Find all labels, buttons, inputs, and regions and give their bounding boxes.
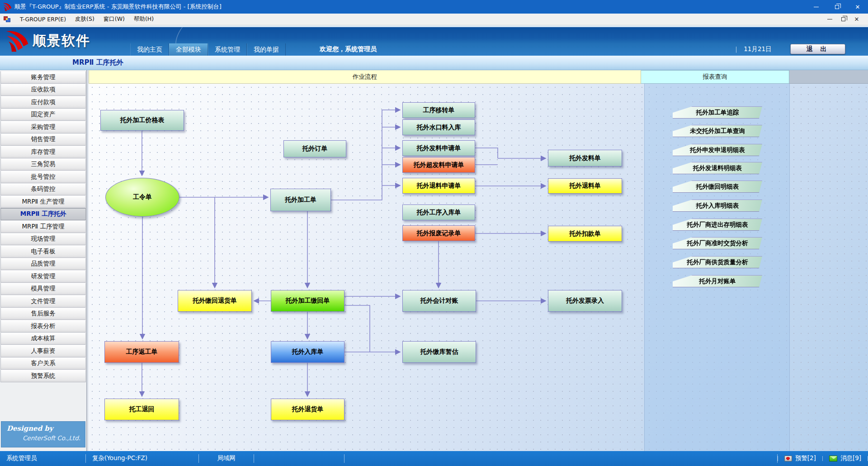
- minimize-icon[interactable]: [806, 0, 826, 14]
- flow-node-proc-return[interactable]: 托外加工缴回单: [271, 290, 344, 312]
- sidebar-item-10[interactable]: MRPⅡ 生产管理: [0, 195, 86, 208]
- sidebar-item-2[interactable]: 应付款项: [0, 96, 86, 109]
- tab-2[interactable]: 系统管理: [208, 43, 247, 56]
- form-icon: [4, 16, 11, 23]
- sidebar-item-20[interactable]: 报表分析: [0, 320, 86, 333]
- tab-3[interactable]: 我的单据: [247, 43, 286, 56]
- status-spacer: [344, 454, 778, 463]
- sidebar-item-21[interactable]: 成本核算: [0, 333, 86, 345]
- sidebar-item-23[interactable]: 客户关系: [0, 357, 86, 370]
- status-user: 系统管理员: [0, 454, 86, 463]
- flow-node-storage-estimate[interactable]: 托外缴库暂估: [402, 341, 476, 363]
- welcome-text: 欢迎您，系统管理员: [320, 45, 377, 53]
- date-text: ｜11月21日: [733, 45, 772, 53]
- flow-node-over-issue-request[interactable]: 托外超发料申请单: [402, 157, 475, 173]
- sidebar-item-4[interactable]: 采购管理: [0, 121, 86, 133]
- flow-node-return-goods-note[interactable]: 托外缴回退货单: [178, 290, 252, 312]
- window-title: 顺景『T-GROUP』制造业ERP系统 - 东莞顺景软件科技有限公司 - [系统…: [14, 3, 806, 11]
- flow-node-proc-warehouse-in[interactable]: 托外工序入库单: [402, 204, 475, 220]
- flow-node-scrap-record[interactable]: 托外报废记录单: [402, 225, 475, 241]
- sidebar-item-22[interactable]: 人事薪资: [0, 345, 86, 357]
- tab-1[interactable]: 全部模块: [169, 43, 208, 56]
- status-alerts[interactable]: 预警[2]: [778, 456, 823, 461]
- mdi-window-controls: ✕: [823, 16, 868, 22]
- sidebar-item-5[interactable]: 销售管理: [0, 133, 86, 146]
- sidebar-item-8[interactable]: 批号管控: [0, 171, 86, 183]
- status-messages[interactable]: 消息[9]: [823, 456, 868, 461]
- flow-node-issue-request[interactable]: 托外发料申请单: [402, 140, 475, 156]
- sidebar-item-18[interactable]: 文件管理: [0, 295, 86, 308]
- brand-name: 顺景软件: [33, 32, 90, 50]
- report-header: 报表查询: [641, 70, 789, 84]
- flow-node-deduction-note[interactable]: 托外扣款单: [548, 226, 622, 242]
- menubar: T-GROUP ERP(E)皮肤(S)窗口(W)帮助(H) ✕: [0, 14, 868, 25]
- sidebar-filler: [0, 382, 86, 422]
- sidebar: 账务管理应收款项应付款项固定资产采购管理销售管理库存管理三角贸易批号管控条码管控…: [0, 70, 87, 451]
- sidebar-item-6[interactable]: 库存管理: [0, 146, 86, 158]
- flow-node-return-request[interactable]: 托外退料申请单: [402, 178, 475, 194]
- nav-tabs: 我的主页全部模块系统管理我的单据: [130, 43, 286, 56]
- titlebar: 顺景『T-GROUP』制造业ERP系统 - 东莞顺景软件科技有限公司 - [系统…: [0, 0, 868, 14]
- content: 账务管理应收款项应付款项固定资产采购管理销售管理库存管理三角贸易批号管控条码管控…: [0, 70, 868, 451]
- flow-node-return-note[interactable]: 托外退料单: [548, 178, 622, 194]
- flow-node-nozzle-in[interactable]: 托外水口料入库: [402, 119, 475, 135]
- sidebar-item-24[interactable]: 预警系统: [0, 370, 86, 382]
- menu-item-1[interactable]: 皮肤(S): [71, 14, 99, 25]
- brand: 顺景软件: [5, 29, 90, 52]
- panel-headers: 作业流程 报表查询: [89, 70, 868, 84]
- mdi-minimize-icon[interactable]: [823, 19, 836, 19]
- statusbar: 系统管理员 复杂(Young-PC:FZ) 局域网 预警[2] 消息[9]: [0, 451, 868, 466]
- status-network: 局域网: [199, 454, 254, 463]
- status-host: 复杂(Young-PC:FZ): [86, 454, 199, 463]
- header-spacer: [789, 70, 868, 84]
- sidebar-item-7[interactable]: 三角贸易: [0, 158, 86, 171]
- sidebar-item-17[interactable]: 模具管理: [0, 283, 86, 295]
- tab-0[interactable]: 我的主页: [130, 43, 169, 56]
- designed-by-panel: Designed byCenterSoft Co.,Ltd.: [1, 421, 85, 447]
- flow-node-price-table[interactable]: 托外加工价格表: [100, 110, 184, 131]
- flow-node-account-check[interactable]: 托外会计对账: [402, 290, 476, 312]
- menu-item-3[interactable]: 帮助(H): [129, 14, 158, 25]
- designed-by-line1: Designed by: [7, 424, 80, 433]
- flow-node-outsource-proc[interactable]: 托外加工单: [270, 189, 331, 211]
- menu-item-2[interactable]: 窗口(W): [99, 14, 129, 25]
- sidebar-item-13[interactable]: 现场管理: [0, 233, 86, 246]
- message-envelope-icon: [829, 456, 837, 461]
- flow-canvas: 托外加工价格表工令单托外订单托外加工单工序移转单托外水口料入库托外发料申请单托外…: [89, 84, 868, 451]
- mdi-restore-icon[interactable]: [836, 17, 850, 21]
- sidebar-item-11[interactable]: MRPⅡ 工序托外: [0, 208, 86, 221]
- flow-node-labor-return[interactable]: 托工退回: [104, 399, 179, 420]
- sidebar-item-1[interactable]: 应收款项: [0, 84, 86, 96]
- subheader: MRPⅡ 工序托外: [0, 56, 868, 70]
- flow-node-goods-return[interactable]: 托外退货单: [271, 399, 344, 420]
- sidebar-item-16[interactable]: 研发管理: [0, 270, 86, 283]
- restore-icon[interactable]: [826, 0, 847, 14]
- flow-node-issue-note[interactable]: 托外发料单: [548, 150, 622, 166]
- mdi-close-icon[interactable]: ✕: [850, 16, 863, 22]
- flow-node-rework-order[interactable]: 工序返工单: [104, 341, 179, 363]
- alert-kit-icon: [784, 456, 792, 461]
- brand-logo-icon: [5, 29, 29, 52]
- flow-node-warehouse-in[interactable]: 托外入库单: [271, 341, 344, 363]
- exit-button[interactable]: 退 出: [790, 44, 845, 54]
- flow-node-invoice-entry[interactable]: 托外发票录入: [548, 290, 622, 312]
- flow-node-proc-transfer[interactable]: 工序移转单: [402, 102, 475, 118]
- sidebar-item-3[interactable]: 固定资产: [0, 109, 86, 121]
- flow-node-outsource-order[interactable]: 托外订单: [283, 140, 346, 157]
- sidebar-item-14[interactable]: 电子看板: [0, 245, 86, 258]
- main-panel: 作业流程 报表查询: [89, 70, 868, 451]
- sidebar-item-15[interactable]: 品质管理: [0, 258, 86, 271]
- page-title: MRPⅡ 工序托外: [72, 58, 123, 67]
- close-icon[interactable]: ✕: [847, 0, 868, 14]
- designed-by-line2: CenterSoft Co.,Ltd.: [7, 434, 80, 442]
- flow-node-work-order[interactable]: 工令单: [105, 178, 179, 217]
- app-logo-icon: [3, 2, 12, 11]
- status-empty-segment: [254, 454, 344, 463]
- flow-header: 作业流程: [89, 70, 641, 84]
- header: 顺景软件 我的主页全部模块系统管理我的单据 欢迎您，系统管理员 ｜11月21日 …: [0, 27, 868, 56]
- menu-item-0[interactable]: T-GROUP ERP(E): [15, 14, 71, 25]
- sidebar-item-9[interactable]: 条码管控: [0, 183, 86, 196]
- sidebar-item-12[interactable]: MRPⅡ 工序管理: [0, 220, 86, 233]
- sidebar-item-0[interactable]: 账务管理: [0, 71, 86, 84]
- sidebar-item-19[interactable]: 售后服务: [0, 308, 86, 320]
